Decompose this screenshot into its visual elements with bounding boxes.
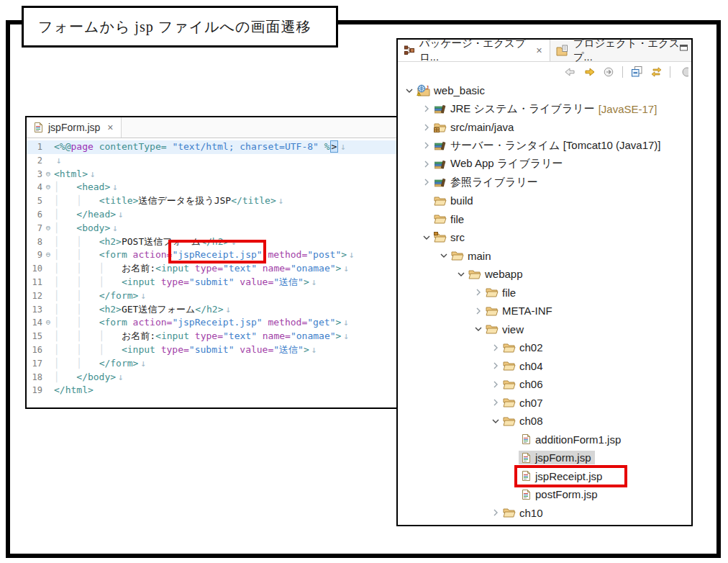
chevron-collapsed-icon[interactable] xyxy=(490,343,501,353)
code-line-11[interactable]: 11│ │ │ <input type="submit" value="送信">… xyxy=(27,276,399,289)
explorer-tab-package[interactable]: パッケージ・エクスプロ...× xyxy=(398,40,550,61)
tree-item-src_main_java[interactable]: src/main/java xyxy=(398,118,691,137)
tree-item-content[interactable]: ch10 xyxy=(501,506,547,520)
tree-item-content[interactable]: file xyxy=(484,286,519,299)
tree-item-META-INF[interactable]: META-INF xyxy=(398,302,691,320)
tree-item-Web_App_[interactable]: Web App ライブラリー xyxy=(398,155,691,174)
fold-marker-icon[interactable]: ⊖ xyxy=(42,181,54,194)
tree-item-content[interactable]: additionForm1.jsp xyxy=(519,433,624,446)
code-line-14[interactable]: 14⊖│ │ <form action="jspReceipt.jsp" met… xyxy=(27,316,399,330)
fold-marker-icon[interactable]: ⊖ xyxy=(42,168,54,181)
tree-item-webapp[interactable]: webapp xyxy=(398,265,691,284)
code-line-10[interactable]: 10│ │ │ お名前:<input type="text" name="ona… xyxy=(27,262,399,276)
clipped-icon[interactable] xyxy=(677,65,691,79)
chevron-collapsed-icon[interactable] xyxy=(490,508,501,518)
code-line-16[interactable]: 16│ │ │ <input type="submit" value="送信">… xyxy=(27,343,399,357)
chevron-collapsed-icon[interactable] xyxy=(490,379,501,389)
code-line-12[interactable]: 12│ │ </form>↓ xyxy=(27,289,399,303)
tree-item-content[interactable]: META-INF xyxy=(484,304,556,317)
fold-marker-icon[interactable]: ⊖ xyxy=(42,222,54,235)
fold-marker-icon[interactable]: ⊖ xyxy=(42,248,54,262)
editor-tab-close-icon[interactable]: × xyxy=(107,122,113,133)
tree-item-content[interactable]: ch08 xyxy=(501,414,547,428)
tree-item-content[interactable]: file xyxy=(432,212,468,226)
tree-item-main[interactable]: main xyxy=(398,247,691,266)
code-line-18[interactable]: 18│ </body>↓ xyxy=(27,371,399,384)
tree-item-ch10[interactable]: ch10 xyxy=(398,504,691,523)
tree-item-web_basic[interactable]: Jweb_basic xyxy=(398,81,691,100)
tree-item-content[interactable]: build xyxy=(432,194,477,207)
code-line-19[interactable]: 19</html> xyxy=(27,384,399,397)
tree-item-content[interactable]: view xyxy=(484,323,527,336)
fold-marker-icon[interactable]: ⊖ xyxy=(42,316,54,330)
code-line-3[interactable]: 3⊖<html>↓ xyxy=(27,168,399,181)
editor-tab-jspform[interactable]: jspForm.jsp × xyxy=(27,117,122,138)
tree-item-content[interactable]: Jweb_basic xyxy=(415,84,488,97)
chevron-expanded-icon[interactable] xyxy=(473,324,484,334)
tree-item-content[interactable]: ch07 xyxy=(501,396,547,410)
chevron-collapsed-icon[interactable] xyxy=(421,104,432,114)
tree-item-content[interactable]: main xyxy=(450,249,495,263)
collapse-all-icon[interactable] xyxy=(629,65,644,79)
tree-item-src[interactable]: src xyxy=(398,228,691,247)
tree-item-content[interactable]: src xyxy=(432,230,468,244)
chevron-expanded-icon[interactable] xyxy=(438,251,450,261)
tree-item-_[interactable]: 参照ライブラリー xyxy=(398,174,691,192)
tree-item-content[interactable]: jspForm.jsp xyxy=(519,451,595,464)
code-line-9[interactable]: 9⊖│ │ <form action="jspReceipt.jsp" meth… xyxy=(27,248,399,262)
go-into-icon[interactable] xyxy=(601,65,616,79)
tree-item-content[interactable]: ch06 xyxy=(501,377,547,391)
tree-item-build[interactable]: build xyxy=(398,192,691,210)
chevron-collapsed-icon[interactable] xyxy=(473,306,484,316)
chevron-expanded-icon[interactable] xyxy=(421,233,432,243)
tree-item-jspForm.jsp[interactable]: jspForm.jsp xyxy=(398,449,691,467)
tree-item-file[interactable]: file xyxy=(398,284,691,302)
chevron-collapsed-icon[interactable] xyxy=(421,122,432,132)
tree-item-ch04[interactable]: ch04 xyxy=(398,357,691,376)
tree-item-content[interactable]: src/main/java xyxy=(432,120,517,134)
chevron-expanded-icon[interactable] xyxy=(490,416,501,426)
code-line-13[interactable]: 13│ │ <h2>GET送信フォーム</h2>↓ xyxy=(27,303,399,317)
close-icon[interactable]: × xyxy=(536,45,542,56)
tree-item-ch07[interactable]: ch07 xyxy=(398,394,691,413)
chevron-expanded-icon[interactable] xyxy=(455,269,467,279)
chevron-collapsed-icon[interactable] xyxy=(421,159,432,169)
link-editor-icon[interactable] xyxy=(649,65,663,79)
highlight-box-tree[interactable]: jspReceipt.jsp xyxy=(519,469,606,483)
chevron-collapsed-icon[interactable] xyxy=(421,140,432,150)
tree-item-content[interactable]: webapp xyxy=(467,267,527,281)
tree-item-content[interactable]: サーバー・ランタイム [Tomcat10 (Java17)] xyxy=(432,138,665,153)
chevron-collapsed-icon[interactable] xyxy=(490,361,501,371)
code-area[interactable]: 1<%@page contentType= "text/html; charse… xyxy=(27,138,399,397)
code-line-15[interactable]: 15│ │ │ お名前:<input type="text" name="ona… xyxy=(27,330,399,343)
tree-item-ch08[interactable]: ch08 xyxy=(398,412,691,431)
code-line-17[interactable]: 17│ │ </form>↓ xyxy=(27,357,399,371)
chevron-collapsed-icon[interactable] xyxy=(490,397,501,407)
tree-item-content[interactable]: postForm.jsp xyxy=(519,487,601,501)
tree-item-file[interactable]: file xyxy=(398,210,691,229)
tree-item-ch02[interactable]: ch02 xyxy=(398,338,691,357)
tree-item-additionForm1.jsp[interactable]: additionForm1.jsp xyxy=(398,431,691,449)
tree-item-ch12[interactable]: ch12 xyxy=(398,522,691,526)
tree-item-view[interactable]: view xyxy=(398,320,691,339)
tree-item-content[interactable]: 参照ライブラリー xyxy=(432,175,542,190)
tree-item-content[interactable]: ch12 xyxy=(501,524,547,526)
tree-item-JRE_[interactable]: JRE システム・ライブラリー [JavaSE-17] xyxy=(398,100,691,119)
tree-item-content[interactable]: ch02 xyxy=(501,341,547,354)
back-icon[interactable] xyxy=(563,65,577,79)
chevron-collapsed-icon[interactable] xyxy=(421,177,432,187)
tree-item-ch06[interactable]: ch06 xyxy=(398,375,691,394)
chevron-expanded-icon[interactable] xyxy=(404,86,415,96)
code-line-5[interactable]: 5│ │ <title>送信データを扱うJSP</title>↓ xyxy=(27,194,399,208)
code-line-4[interactable]: 4⊖│ <head>↓ xyxy=(27,181,399,194)
tree-item-_Tomcat10_Java17_[interactable]: サーバー・ランタイム [Tomcat10 (Java17)] xyxy=(398,137,691,156)
code-line-8[interactable]: 8│ │ <h2>POST送信フォーム</h2>↓ xyxy=(27,235,399,249)
code-line-1[interactable]: 1<%@page contentType= "text/html; charse… xyxy=(27,140,399,154)
code-line-2[interactable]: 2↓ xyxy=(27,154,399,168)
tree-item-postForm.jsp[interactable]: postForm.jsp xyxy=(398,485,691,504)
tree-item-content[interactable]: JRE システム・ライブラリー [JavaSE-17] xyxy=(432,102,660,117)
tree-item-jspReceipt.jsp[interactable]: jspReceipt.jsp xyxy=(398,467,691,486)
tree-item-content[interactable]: ch04 xyxy=(501,359,547,373)
forward-icon[interactable] xyxy=(582,65,596,79)
chevron-collapsed-icon[interactable] xyxy=(473,287,484,297)
